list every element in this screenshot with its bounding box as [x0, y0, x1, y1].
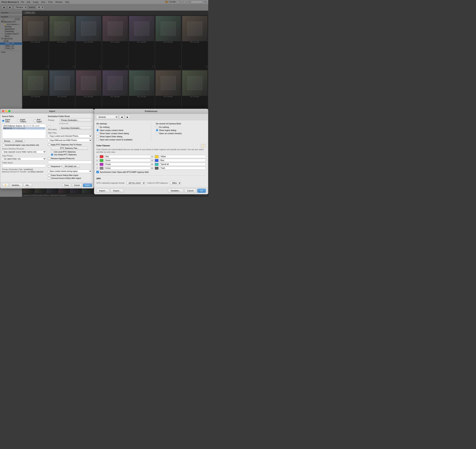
- gps-units-dropdown[interactable]: Miles: [170, 181, 181, 185]
- dest-roots-label: Destination Folder Roots: [48, 115, 92, 118]
- startup-show-dialog[interactable]: Show Open contact sheet dialog: [96, 132, 147, 135]
- unmount-source-checkbox[interactable]: [48, 177, 50, 180]
- prefs-ok-button[interactable]: OK: [197, 189, 206, 193]
- minimize-window-button[interactable]: [5, 110, 7, 112]
- erase-source-checkbox[interactable]: [48, 174, 50, 176]
- maximize-window-button[interactable]: [8, 110, 11, 112]
- color-label-input-4[interactable]: [104, 163, 151, 166]
- color-label-input-7[interactable]: [160, 167, 206, 170]
- job-button[interactable]: Job...: [23, 183, 32, 187]
- local-iptc-option[interactable]: Use Local IPTC Stationery: [51, 151, 92, 153]
- rescan-button[interactable]: Rescan: [2, 139, 12, 143]
- mount-show-ingest-radio[interactable]: [156, 129, 158, 131]
- ingest-folders-label: Ingest Folders: [20, 119, 32, 123]
- import-button[interactable]: Import...: [96, 189, 109, 193]
- unmount-button[interactable]: Unmount: [13, 139, 25, 143]
- open-contact-dropdown[interactable]: Open contact sheets during ingest: [48, 169, 92, 173]
- startup-nothing-radio[interactable]: [96, 126, 99, 128]
- prefs-category-dropdown[interactable]: General: [96, 115, 118, 119]
- color-label-input-5[interactable]: [160, 163, 206, 166]
- color-row-5: 6:: [152, 163, 206, 166]
- variables-button[interactable]: Variables...: [10, 183, 23, 187]
- mount-show-ingest[interactable]: Show Ingest dialog: [156, 129, 206, 131]
- iptc-pad-button[interactable]: IPTC Stationery Pad...: [51, 146, 88, 150]
- color-swatch-6[interactable]: [100, 167, 103, 170]
- copy-locked-dropdown[interactable]: Copy Locked and Unlocked Photos: [48, 134, 92, 138]
- startup-open-last-radio[interactable]: [96, 138, 99, 141]
- gps-units-label: Units for GPS distance:: [147, 182, 168, 184]
- auto-ingest-checkbox[interactable]: [34, 120, 36, 122]
- gps-format-dropdown[interactable]: dd°mm.mmm': [127, 181, 145, 185]
- global-iptc-option[interactable]: Use Global IPTC Stationery: [51, 153, 92, 156]
- startup-nothing[interactable]: Do nothing: [96, 126, 147, 128]
- rename-input[interactable]: [48, 161, 92, 164]
- prefs-cancel-button[interactable]: Cancel: [184, 189, 196, 193]
- primary-dest-button[interactable]: Primary Destination...: [60, 119, 92, 122]
- startup-show-ingest[interactable]: Show Ingest Disks dialog: [96, 135, 147, 138]
- startup-show-dialog-radio[interactable]: [96, 132, 99, 135]
- close-button[interactable]: Close: [62, 184, 71, 187]
- color-classes-desc: Color Classes are colored labels that yo…: [96, 148, 206, 153]
- apply-iptc-checkbox[interactable]: [48, 144, 50, 146]
- mount-nothing-radio[interactable]: [156, 126, 158, 128]
- startup-col: On startup: Do nothing Open empty contac…: [96, 123, 147, 141]
- mount-open-contact[interactable]: Open as contact sheet(s): [156, 132, 206, 135]
- color-swatch-1[interactable]: [155, 155, 159, 158]
- color-swatch-5[interactable]: [155, 163, 159, 166]
- startup-show-ingest-radio[interactable]: [96, 135, 99, 138]
- sync-checkbox[interactable]: [96, 171, 99, 173]
- folder-name-input[interactable]: [2, 164, 46, 167]
- color-row-1: 2:: [152, 155, 206, 158]
- startup-open-empty[interactable]: Open empty contact sheet: [96, 129, 147, 131]
- color-swatch-0[interactable]: [100, 155, 103, 158]
- source-dir-dropdown[interactable]: keep separate source folder names only: [2, 150, 46, 154]
- color-label-input-0[interactable]: [104, 155, 151, 158]
- disk-list: 2019 Katheryn Jeanne...hy (117.6 GB used…: [2, 124, 46, 139]
- ingest-folders-radio[interactable]: [17, 120, 19, 122]
- export-button[interactable]: Export...: [110, 189, 124, 193]
- prefs-forward-button[interactable]: ▶: [125, 115, 130, 119]
- gps-format-label: GPS Latitude/Longitude format:: [96, 182, 125, 184]
- secondary-checkbox[interactable]: [48, 126, 50, 128]
- prefs-back-button[interactable]: ◀: [119, 115, 124, 119]
- prefs-variables-button[interactable]: Variables...: [168, 189, 183, 193]
- set-seqn-button[interactable]: Set (seqn) var...: [63, 164, 80, 168]
- copy-photos-dropdown[interactable]: into dated folder only: [2, 157, 46, 161]
- auto-ingest-option[interactable]: Auto Ingest: [34, 119, 46, 123]
- global-iptc-radio[interactable]: [51, 153, 53, 156]
- ingest-disks-option[interactable]: Ingest Disks: [2, 119, 15, 123]
- color-classes-section: Color Classes ⚡ Color Classes are colore…: [96, 144, 206, 173]
- color-swatch-3[interactable]: [155, 159, 159, 162]
- color-swatch-7[interactable]: [155, 167, 159, 170]
- sequence-checkbox[interactable]: [48, 165, 50, 168]
- rename-checkbox[interactable]: [48, 157, 50, 160]
- lightning-button[interactable]: ⚡: [2, 183, 9, 187]
- mount-open-contact-radio[interactable]: [156, 132, 158, 135]
- disk-item-2[interactable]: NIKON D5 (57.6 GB used): [3, 127, 45, 129]
- ingest-folders-option[interactable]: Ingest Folders: [17, 119, 32, 123]
- color-label-input-2[interactable]: [104, 159, 151, 162]
- secondary-dest-button[interactable]: Secondary Destination...: [60, 127, 92, 130]
- erase-source-row: Erase Source Disk(s) After Ingest: [48, 174, 92, 176]
- ingest-button[interactable]: Ingest: [83, 184, 92, 187]
- disk-item-1[interactable]: 2019 Katheryn Jeanne...hy (117.6 GB used…: [3, 125, 45, 127]
- copy-raw-dropdown[interactable]: Copy RAW and non-RAW Photos: [48, 139, 92, 142]
- incremental-checkbox[interactable]: [2, 144, 4, 146]
- color-swatch-2[interactable]: [100, 159, 103, 162]
- color-swatch-4[interactable]: [100, 163, 103, 166]
- color-classes-lightning-button[interactable]: ⚡: [201, 144, 206, 148]
- color-label-input-6[interactable]: [104, 167, 151, 170]
- color-label-input-1[interactable]: [160, 155, 206, 158]
- mount-nothing[interactable]: Do nothing: [156, 126, 206, 128]
- color-label-input-3[interactable]: [160, 159, 206, 162]
- startup-open-empty-radio[interactable]: [96, 129, 99, 131]
- ingest-footer: ⚡ Variables... Job... Close Cancel Inges…: [0, 182, 94, 188]
- ingest-right-col: Destination Folder Roots Primary: Primar…: [48, 115, 92, 180]
- local-iptc-radio[interactable]: [51, 151, 53, 153]
- cancel-ingest-button[interactable]: Cancel: [72, 184, 82, 187]
- startup-open-last[interactable]: Open last contact sheet (if available): [96, 138, 147, 141]
- ingest-disks-radio[interactable]: [2, 120, 4, 122]
- close-window-button[interactable]: [2, 110, 4, 112]
- footer-left: ⚡ Variables... Job...: [2, 183, 61, 187]
- prefs-footer-left: Import... Export...: [96, 189, 167, 193]
